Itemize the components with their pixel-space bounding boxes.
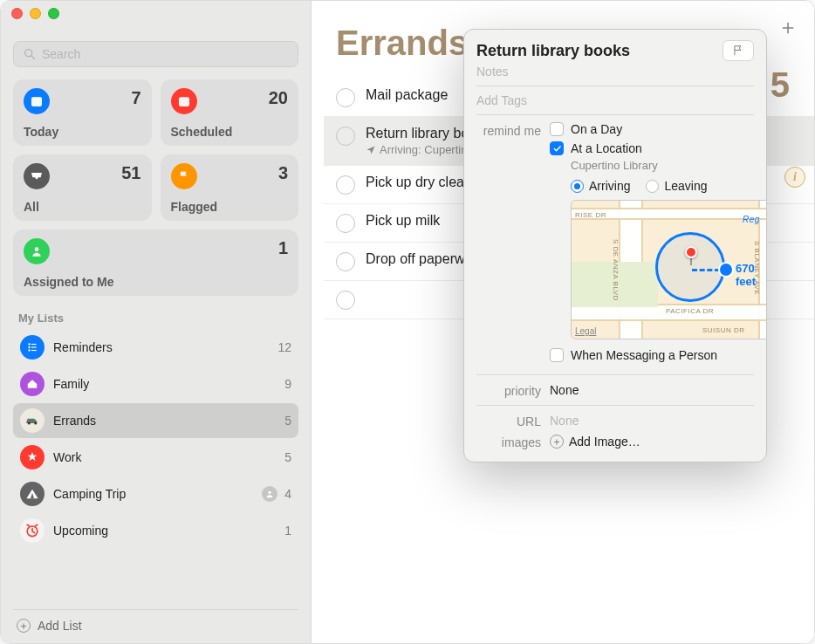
smart-flagged-count: 3: [278, 163, 288, 183]
sidebar-item-errands[interactable]: Errands 5: [13, 403, 298, 438]
sidebar-item-count: 12: [277, 340, 291, 354]
list-bullet-icon: [20, 335, 45, 360]
sidebar: Search 7 Today 20 Schedul: [1, 1, 312, 643]
when-messaging-checkbox[interactable]: When Messaging a Person: [550, 348, 767, 362]
url-field[interactable]: None: [550, 414, 754, 428]
smart-scheduled-count: 20: [269, 88, 288, 108]
map-street-label: PACIFICA DR: [666, 307, 714, 315]
close-window-button[interactable]: [11, 8, 23, 19]
map-pin-icon: [685, 246, 701, 262]
at-location-label: At a Location: [571, 141, 642, 155]
shared-person-icon: [262, 486, 277, 502]
app-window: Search 7 Today 20 Schedul: [0, 0, 815, 644]
when-messaging-label: When Messaging a Person: [571, 348, 717, 362]
calendar-icon: [171, 88, 197, 114]
sidebar-item-label: Upcoming: [53, 524, 108, 538]
plus-circle-icon: ＋: [17, 619, 31, 633]
person-icon: [24, 238, 50, 264]
svg-point-13: [34, 422, 37, 425]
sidebar-item-work[interactable]: Work 5: [13, 440, 298, 475]
task-checkbox[interactable]: [336, 175, 355, 195]
task-checkbox[interactable]: [336, 88, 355, 107]
smart-today[interactable]: 7 Today: [13, 79, 152, 146]
smart-scheduled[interactable]: 20 Scheduled: [161, 79, 299, 146]
map-poi-label: Reg: [743, 215, 760, 224]
tags-field[interactable]: Add Tags: [476, 93, 754, 107]
sidebar-item-count: 5: [284, 414, 291, 428]
svg-rect-11: [31, 350, 37, 351]
minimize-window-button[interactable]: [30, 8, 41, 19]
task-checkbox[interactable]: [336, 252, 355, 271]
search-input[interactable]: Search: [13, 41, 298, 67]
svg-point-0: [25, 50, 32, 57]
radio-selected-icon: [571, 180, 584, 193]
zoom-window-button[interactable]: [48, 8, 59, 19]
flag-outline-icon: [732, 45, 744, 57]
inbox-icon: [24, 163, 50, 189]
location-map[interactable]: RISE DR S DE ANZA BLVD PACIFICA DR S BLA…: [571, 200, 767, 339]
leaving-radio[interactable]: Leaving: [646, 179, 707, 193]
priority-select[interactable]: None: [550, 383, 754, 397]
location-value[interactable]: Cupertino Library: [571, 159, 767, 172]
svg-point-5: [35, 247, 39, 251]
add-image-button[interactable]: ＋ Add Image…: [550, 435, 754, 449]
task-checkbox[interactable]: [336, 291, 355, 310]
smart-assigned-count: 1: [278, 238, 288, 258]
list-count: 5: [770, 65, 790, 105]
on-a-day-label: On a Day: [571, 122, 622, 136]
add-list-button[interactable]: ＋ Add List: [13, 609, 298, 643]
sidebar-item-family[interactable]: Family 9: [13, 367, 298, 401]
radius-line: [692, 269, 720, 271]
checkbox-icon: [550, 348, 564, 362]
task-checkbox[interactable]: [336, 214, 355, 233]
sidebar-item-label: Errands: [53, 414, 96, 428]
popover-title[interactable]: Return library books: [476, 42, 630, 60]
on-a-day-checkbox[interactable]: On a Day: [550, 122, 767, 136]
geofence-radius[interactable]: [655, 232, 725, 302]
checkbox-icon: [550, 122, 564, 136]
sidebar-item-label: Family: [53, 377, 89, 391]
search-placeholder: Search: [42, 47, 80, 61]
add-list-label: Add List: [38, 619, 82, 633]
search-icon: [23, 47, 37, 61]
sidebar-section-header: My Lists: [18, 312, 298, 325]
notes-field[interactable]: Notes: [476, 65, 754, 79]
svg-rect-9: [31, 346, 37, 347]
at-location-checkbox[interactable]: At a Location: [550, 141, 767, 155]
calendar-today-icon: [24, 88, 50, 114]
smart-assigned-label: Assigned to Me: [24, 275, 288, 289]
url-label: URL: [476, 413, 541, 428]
flag-toggle-button[interactable]: [723, 40, 754, 61]
smart-all[interactable]: 51 All: [13, 154, 152, 221]
task-title: Pick up milk: [366, 213, 440, 229]
images-label: images: [476, 434, 541, 449]
map-street-label: S DE ANZA BLVD: [612, 239, 620, 301]
sidebar-item-upcoming[interactable]: Upcoming 1: [13, 513, 298, 548]
smart-assigned[interactable]: 1 Assigned to Me: [13, 230, 298, 296]
smart-lists: 7 Today 20 Scheduled 51: [13, 79, 298, 296]
house-icon: [20, 372, 45, 396]
sidebar-item-label: Camping Trip: [53, 487, 126, 501]
smart-flagged[interactable]: 3 Flagged: [161, 154, 299, 221]
sidebar-item-count: 4: [284, 487, 291, 501]
task-checkbox[interactable]: [336, 127, 355, 146]
arriving-label: Arriving: [589, 179, 630, 193]
radio-icon: [646, 180, 659, 193]
svg-point-14: [269, 491, 271, 494]
sidebar-item-reminders[interactable]: Reminders 12: [13, 330, 298, 365]
sidebar-item-label: Reminders: [53, 340, 113, 354]
svg-line-1: [31, 56, 34, 58]
info-button[interactable]: i: [784, 167, 805, 188]
smart-today-count: 7: [131, 88, 140, 108]
radius-handle[interactable]: [720, 264, 732, 276]
alarm-clock-icon: [20, 518, 45, 543]
radius-distance: 670 feet: [736, 262, 767, 288]
map-legal-link[interactable]: Legal: [575, 326, 596, 336]
sidebar-item-count: 9: [284, 377, 291, 391]
svg-rect-4: [179, 97, 189, 106]
new-reminder-button[interactable]: ＋: [777, 13, 798, 41]
sidebar-item-camping[interactable]: Camping Trip 4: [13, 476, 298, 511]
window-controls: [11, 8, 59, 19]
arriving-radio[interactable]: Arriving: [571, 179, 630, 193]
map-street-label: RISE DR: [575, 211, 606, 219]
